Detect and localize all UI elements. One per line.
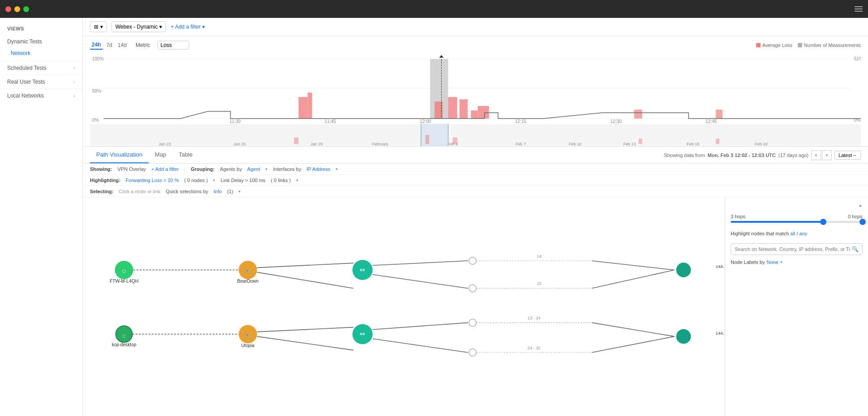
node-labels-dropdown[interactable]: None [766, 259, 778, 265]
end-node-2[interactable] [676, 329, 691, 344]
close-button[interactable] [5, 6, 11, 12]
agent-dropdown[interactable]: Agent [247, 166, 260, 172]
solid-link-1a[interactable] [257, 263, 353, 267]
metric-label: Metric [136, 42, 150, 48]
sidebar-item-scheduled-tests[interactable]: Scheduled Tests › [0, 61, 82, 75]
chart-legend: Average Loss Number of Measurements [756, 42, 861, 48]
svg-rect-15 [478, 106, 489, 119]
graph-svg[interactable]: ⬡ FTW-M-L4QH 🔧 BearDown ⇔ [83, 197, 725, 416]
svg-text:24 - 32: 24 - 32 [528, 346, 540, 350]
svg-text:Feb 7: Feb 7 [515, 142, 526, 146]
nav-arrows: ‹ › [811, 150, 832, 160]
agent-dropdown-arrow: ▾ [265, 167, 268, 171]
svg-text:11:30: 11:30 [230, 119, 241, 124]
metric-select[interactable]: Loss Latency Jitter [157, 41, 189, 50]
sidebar-item-network[interactable]: Network [0, 47, 82, 59]
fwd-loss-dropdown[interactable]: Forwarding Loss > 10 % [126, 178, 179, 183]
ip-dropdown-arrow: ▾ [336, 167, 338, 171]
svg-text:50%: 50% [92, 89, 101, 93]
sidebar-item-real-user-tests[interactable]: Real User Tests › [0, 75, 82, 89]
sidebar-item-local-networks[interactable]: Local Networks › [0, 89, 82, 102]
svg-text:144.196.69.8 (144.196.69.8): 144.196.69.8 (144.196.69.8) [716, 264, 725, 269]
solid-link-1b[interactable] [257, 272, 353, 289]
hops-slider-thumb-right[interactable] [859, 219, 866, 225]
svg-rect-30 [294, 137, 298, 144]
solid-link-end-2b [592, 336, 675, 352]
ip-address-dropdown[interactable]: IP Address [306, 166, 330, 172]
svg-text:Feb 16: Feb 16 [687, 142, 699, 146]
nav-prev-button[interactable]: ‹ [811, 150, 821, 160]
viz-canvas[interactable]: ⬡ FTW-M-L4QH 🔧 BearDown ⇔ [83, 197, 725, 416]
tab-table[interactable]: Table [172, 147, 199, 163]
hops-section: 3 hops 0 hops [731, 214, 863, 226]
solid-link-3a[interactable] [257, 327, 353, 332]
svg-text:144.196.178.103 (144.196.178.1: 144.196.178.103 (144.196.178.103) [716, 331, 725, 335]
solid-link-2b[interactable] [373, 275, 468, 289]
svg-text:11:45: 11:45 [325, 119, 336, 124]
svg-rect-31 [425, 135, 429, 144]
svg-text:51%: 51% [854, 56, 861, 61]
highlight-all-link[interactable]: all [790, 231, 795, 236]
solid-link-3b[interactable] [257, 336, 353, 350]
overview-chart[interactable]: Jan 23 Jan 26 Jan 29 February Feb 4 Feb … [90, 124, 861, 146]
add-filter-dropdown-arrow: ▾ [202, 24, 205, 30]
solid-link-end-1b [592, 270, 675, 289]
svg-text:12:30: 12:30 [610, 119, 622, 124]
showing-label: Showing: [90, 166, 112, 172]
measurements-legend: Number of Measurements [798, 42, 861, 48]
highlight-any-link[interactable]: any [800, 231, 808, 236]
filter-dropdown-arrow: ▾ [159, 24, 162, 30]
svg-text:0%: 0% [92, 118, 99, 123]
small-node-2[interactable] [469, 284, 476, 292]
collapse-panel-button[interactable]: ▲ [858, 203, 863, 208]
end-node-1[interactable] [676, 263, 691, 277]
add-filter-button[interactable]: + Add a filter ▾ [170, 24, 204, 30]
svg-text:12:45: 12:45 [706, 119, 717, 124]
dynamic-tests-header[interactable]: Dynamic Tests [0, 36, 82, 47]
time-7d-button[interactable]: 7d [105, 41, 114, 50]
link-delay-arrow: ▾ [296, 178, 298, 183]
time-24h-button[interactable]: 24h [90, 41, 103, 50]
node-search-input[interactable] [735, 246, 850, 252]
small-node-4[interactable] [469, 349, 476, 356]
svg-text:🔧: 🔧 [245, 333, 251, 339]
grouping-label: Grouping: [191, 166, 214, 172]
minimize-button[interactable] [14, 6, 20, 12]
small-node-3[interactable] [469, 319, 476, 326]
add-filter-link[interactable]: + Add a filter [151, 166, 179, 172]
titlebar [0, 0, 868, 18]
solid-link-4b[interactable] [373, 339, 468, 352]
svg-text:⬡: ⬡ [122, 334, 126, 338]
small-node-1[interactable] [469, 257, 476, 264]
latest-button[interactable]: Latest→ [834, 151, 861, 160]
highlighting-controls-row: Highlighting: Forwarding Loss > 10 % ( 0… [83, 175, 868, 186]
measurements-color [798, 43, 802, 47]
hops-slider-thumb-left[interactable] [820, 219, 826, 225]
view-dropdown-arrow: ▾ [100, 24, 103, 30]
solid-link-end-1a [592, 261, 675, 270]
highlight-row: Highlight nodes that match all / any [731, 231, 863, 236]
maximize-button[interactable] [23, 6, 29, 12]
toolbar: ⊞ ▾ Webex - Dynamic ▾ + Add a filter ▾ [83, 18, 868, 36]
info-dropdown[interactable]: Info [213, 189, 221, 194]
tab-path-visualization[interactable]: Path Visualization [90, 147, 149, 163]
svg-text:February: February [372, 142, 388, 146]
time-14d-button[interactable]: 14d [116, 41, 128, 50]
hamburger-menu[interactable] [855, 6, 863, 12]
svg-rect-13 [460, 99, 468, 119]
main-chart[interactable]: 100% 50% 0% 51% 0% [90, 52, 861, 124]
svg-text:Jan 29: Jan 29 [311, 142, 323, 146]
filter-name-button[interactable]: Webex - Dynamic ▾ [111, 21, 166, 32]
solid-link-4a[interactable] [373, 323, 468, 329]
chart-controls: 24h 7d 14d Metric Loss Latency Jitter Av… [90, 41, 861, 50]
grid-icon: ⊞ [94, 24, 98, 30]
highlighting-label: Highlighting: [90, 178, 120, 183]
svg-text:Feb 19: Feb 19 [755, 142, 767, 146]
tab-map[interactable]: Map [149, 147, 172, 163]
view-toggle-button[interactable]: ⊞ ▾ [90, 21, 107, 32]
nav-next-button[interactable]: › [822, 150, 832, 160]
svg-rect-26 [90, 124, 861, 146]
solid-link-2a[interactable] [373, 261, 468, 265]
path-info: Showing data from Mon, Feb 3 12:02 - 12:… [664, 150, 861, 160]
chevron-right-icon: › [74, 66, 75, 71]
